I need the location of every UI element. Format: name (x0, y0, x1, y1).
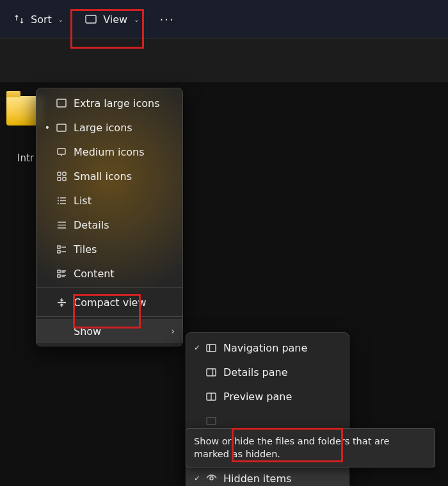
svg-rect-28 (207, 344, 216, 352)
check-icon: ✓ (191, 343, 203, 352)
menu-item-label: Large icons (74, 122, 175, 134)
menu-item-label: Extra large icons (74, 97, 175, 109)
selected-dot-icon: • (42, 123, 53, 132)
view-button[interactable]: View ⌄ (76, 8, 148, 31)
svg-rect-7 (58, 177, 61, 181)
details-icon (53, 221, 70, 229)
content-icon (53, 270, 70, 278)
compact-view-icon (53, 298, 70, 307)
menu-item-label: Content (74, 268, 175, 280)
menu-item-small-icons[interactable]: Small icons (36, 164, 182, 188)
more-icon: ··· (160, 13, 175, 26)
svg-rect-25 (58, 275, 60, 277)
details-pane-icon (203, 368, 220, 377)
svg-rect-8 (63, 177, 66, 181)
menu-item-label: Details pane (223, 366, 341, 378)
menu-item-tiles[interactable]: Tiles (36, 237, 182, 261)
menu-item-details-pane[interactable]: Details pane (186, 360, 349, 384)
menu-item-compact-view[interactable]: Compact view (36, 290, 182, 314)
menu-item-label: Compact view (74, 296, 175, 309)
tooltip: Show or hide the files and folders that … (186, 428, 435, 467)
chevron-right-icon: › (171, 326, 175, 336)
view-icon (85, 15, 97, 24)
menu-item-label: Small icons (74, 170, 175, 182)
menu-item-show[interactable]: Show › (36, 319, 182, 343)
sort-label: Sort (31, 13, 52, 26)
menu-separator (36, 288, 182, 288)
menu-item-label: Show (74, 325, 171, 337)
check-icon: ✓ (191, 474, 203, 483)
large-icons-icon (53, 124, 70, 132)
content-area: Intr Extra large icons • Large icons Med… (0, 38, 448, 486)
svg-rect-20 (58, 250, 60, 253)
menu-item-list[interactable]: List (36, 188, 182, 213)
menu-item-label: Medium icons (74, 146, 175, 158)
menu-item-label: Hidden items (223, 473, 341, 485)
medium-icons-icon (53, 148, 70, 156)
list-icon (53, 197, 70, 205)
placeholder-icon (203, 417, 220, 425)
chevron-down-icon: ⌄ (58, 16, 63, 23)
preview-pane-icon (203, 393, 220, 401)
svg-rect-22 (58, 270, 60, 273)
menu-item-details[interactable]: Details (36, 213, 182, 237)
menu-separator (36, 316, 182, 317)
svg-rect-30 (207, 369, 216, 376)
svg-rect-2 (57, 124, 66, 131)
view-menu: Extra large icons • Large icons Medium i… (36, 88, 183, 346)
menu-item-preview-pane[interactable]: Preview pane (186, 384, 349, 409)
chevron-down-icon: ⌄ (134, 16, 139, 23)
navigation-pane-icon (203, 344, 220, 352)
extra-large-icons-icon (53, 99, 70, 108)
menu-item-medium-icons[interactable]: Medium icons (36, 140, 182, 164)
small-icons-icon (53, 172, 70, 181)
svg-rect-34 (207, 417, 216, 425)
menu-item-content[interactable]: Content (36, 261, 182, 286)
more-button[interactable]: ··· (152, 8, 182, 31)
menu-item-label: Details (74, 219, 175, 231)
svg-rect-3 (58, 149, 65, 154)
tiles-icon (53, 245, 70, 254)
tooltip-text: Show or hide the files and folders that … (194, 436, 389, 459)
menu-item-large-icons[interactable]: • Large icons (36, 115, 182, 140)
svg-point-35 (210, 477, 213, 480)
menu-item-label: Navigation pane (223, 342, 341, 354)
sort-button[interactable]: Sort ⌄ (5, 8, 72, 31)
menu-item-label: Preview pane (223, 391, 341, 403)
toolbar: Sort ⌄ View ⌄ ··· (0, 0, 448, 38)
menu-item-label: Tiles (74, 243, 175, 255)
menu-item-navigation-pane[interactable]: ✓ Navigation pane (186, 336, 349, 360)
menu-item-hidden-items[interactable]: ✓ Hidden items (186, 466, 349, 486)
svg-rect-0 (86, 15, 96, 23)
svg-rect-5 (58, 172, 61, 175)
svg-rect-18 (58, 246, 60, 248)
sort-icon (14, 14, 24, 24)
svg-rect-1 (57, 99, 66, 107)
content-header-bar (0, 38, 448, 83)
view-label: View (103, 13, 127, 26)
menu-item-label: List (74, 195, 175, 207)
hidden-items-icon (203, 474, 220, 482)
menu-item-extra-large-icons[interactable]: Extra large icons (36, 91, 182, 115)
svg-rect-6 (63, 172, 66, 175)
